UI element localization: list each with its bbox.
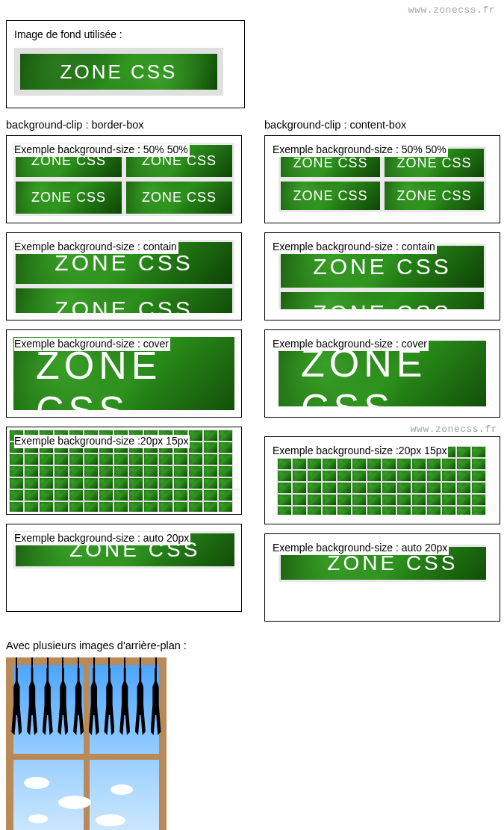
ex-caption: Exemple background-size : contain [14, 241, 178, 254]
multi-bg-window [6, 657, 167, 830]
ex-caption: Exemple background-size : cover [273, 338, 429, 351]
col-head-left: background-clip : border-box [6, 119, 242, 131]
ex-caption: Exemple background-size :20px 15px [14, 435, 190, 448]
ex-caption: Exemple background-size :20px 15px [273, 445, 448, 458]
multi-bg-heading: Avec plusieurs images d'arrière-plan : [6, 639, 498, 651]
ex-caption: Exemple background-size : auto 20px [273, 542, 449, 555]
ex-bb-auto20: ZONE CSS ZONE CSS ZONE CSS Exemple backg… [6, 524, 242, 612]
source-label: Image de fond utilisée : [14, 28, 237, 40]
ex-bb-cover: ZONE CSS Exemple background-size : cover [6, 329, 242, 418]
ex-bb-contain: ZONE CSS ZONE CSS Exemple background-siz… [6, 232, 242, 320]
ex-bb-5050: ZONE CSS ZONE CSS ZONE CSS ZONE CSS Exem… [6, 135, 242, 223]
ex-caption: Exemple background-size : 50% 50% [273, 143, 448, 157]
badge-text: ZONE CSS [60, 61, 178, 84]
ex-bb-2015: Exemple background-size :20px 15px [6, 427, 242, 515]
source-image-box: Image de fond utilisée : ZONE CSS [6, 20, 245, 108]
zone-css-badge: ZONE CSS [14, 48, 223, 96]
ex-cb-5050: ZONE CSS ZONE CSS ZONE CSS ZONE CSS Exem… [264, 135, 500, 223]
ex-caption: Exemple background-size : contain [273, 241, 437, 254]
col-border-box: background-clip : border-box ZONE CSS ZO… [6, 119, 242, 631]
ex-cb-2015: Exemple background-size :20px 15px [264, 436, 500, 524]
col-content-box: background-clip : content-box ZONE CSS Z… [264, 119, 500, 631]
ex-cb-contain: ZONE CSS ZONE CSS Exemple background-siz… [264, 232, 500, 320]
hanging-figures [6, 657, 167, 762]
ex-cb-cover: ZONE CSS Exemple background-size : cover [264, 329, 500, 418]
watermark-mid: www.zonecss.fr [264, 424, 497, 435]
watermark-top: www.zonecss.fr [6, 4, 495, 16]
ex-caption: Exemple background-size : auto 20px [14, 532, 190, 545]
ex-caption: Exemple background-size : cover [14, 338, 170, 351]
ex-cb-auto20: ZONE CSS ZONE CSS ZONE CSS Exemple backg… [264, 533, 500, 622]
ex-caption: Exemple background-size : 50% 50% [14, 143, 190, 157]
col-head-right: background-clip : content-box [264, 119, 500, 131]
